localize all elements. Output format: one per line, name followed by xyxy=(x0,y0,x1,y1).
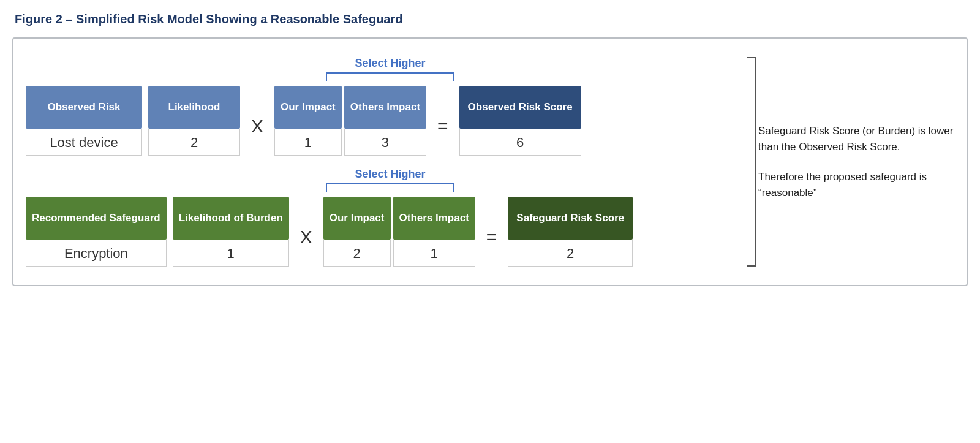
right-bracket xyxy=(747,57,756,267)
likelihood-top-cell: Likelihood 2 xyxy=(148,86,240,156)
others-impact-bottom-value: 1 xyxy=(393,240,475,267)
likelihood-top-header: Likelihood xyxy=(148,86,240,129)
others-impact-top-cell: Others Impact 3 xyxy=(344,86,426,156)
recommended-safeguard-header: Recommended Safeguard xyxy=(26,197,167,240)
observed-risk-cell: Observed Risk Lost device xyxy=(26,86,142,156)
bracket-bottom xyxy=(326,183,454,192)
impact-pair-top: Our Impact 1 Others Impact 3 xyxy=(274,86,426,156)
others-impact-top-value: 3 xyxy=(344,129,426,156)
rows-left: Select Higher Observed Risk Lost device … xyxy=(26,57,739,267)
multiply-top-operator: X xyxy=(251,116,263,137)
right-text-block: Safeguard Risk Score (or Burden) is lowe… xyxy=(758,57,954,267)
safeguard-risk-score-header: Safeguard Risk Score xyxy=(508,197,633,240)
observed-risk-score-value: 6 xyxy=(459,129,581,156)
likelihood-bottom-cell: Likelihood of Burden 1 xyxy=(173,197,289,267)
diagram-box: Select Higher Observed Risk Lost device … xyxy=(12,37,968,286)
page-wrapper: Figure 2 – Simplified Risk Model Showing… xyxy=(12,12,968,286)
equals-top-operator: = xyxy=(437,116,448,137)
likelihood-bottom-header: Likelihood of Burden xyxy=(173,197,289,240)
top-full-row: Observed Risk Lost device Likelihood 2 X xyxy=(26,86,581,156)
our-impact-bottom-cell: Our Impact 2 xyxy=(323,197,391,267)
safeguard-risk-score-value: 2 xyxy=(508,240,633,267)
right-text-paragraph2: Therefore the proposed safeguard is “rea… xyxy=(758,169,954,200)
select-higher-top-label: Select Higher xyxy=(355,57,425,70)
safeguard-risk-score-cell: Safeguard Risk Score 2 xyxy=(508,197,633,267)
impact-pair-bottom: Our Impact 2 Others Impact 1 xyxy=(323,197,475,267)
our-impact-top-cell: Our Impact 1 xyxy=(274,86,342,156)
observed-risk-value: Lost device xyxy=(26,129,142,156)
bottom-row-area: Select Higher Recommended Safeguard Encr… xyxy=(26,168,739,267)
others-impact-bottom-cell: Others Impact 1 xyxy=(393,197,475,267)
our-impact-bottom-header: Our Impact xyxy=(323,197,391,240)
observed-risk-header: Observed Risk xyxy=(26,86,142,129)
bottom-full-row: Recommended Safeguard Encryption Likelih… xyxy=(26,197,633,267)
likelihood-bottom-value: 1 xyxy=(173,240,289,267)
bracket-top xyxy=(326,72,454,81)
others-impact-bottom-header: Others Impact xyxy=(393,197,475,240)
figure-title: Figure 2 – Simplified Risk Model Showing… xyxy=(12,12,968,26)
others-impact-top-header: Others Impact xyxy=(344,86,426,129)
our-impact-top-header: Our Impact xyxy=(274,86,342,129)
our-impact-bottom-value: 2 xyxy=(323,240,391,267)
multiply-bottom-operator: X xyxy=(300,227,312,248)
equals-bottom-operator: = xyxy=(486,227,497,248)
recommended-safeguard-value: Encryption xyxy=(26,240,167,267)
observed-risk-score-cell: Observed Risk Score 6 xyxy=(459,86,581,156)
right-text-paragraph1: Safeguard Risk Score (or Burden) is lowe… xyxy=(758,123,954,154)
our-impact-top-value: 1 xyxy=(274,129,342,156)
likelihood-top-value: 2 xyxy=(148,129,240,156)
recommended-safeguard-cell: Recommended Safeguard Encryption xyxy=(26,197,167,267)
observed-risk-score-header: Observed Risk Score xyxy=(459,86,581,129)
select-higher-bottom-label: Select Higher xyxy=(355,168,425,181)
rows-container: Select Higher Observed Risk Lost device … xyxy=(26,57,954,267)
top-row-area: Select Higher Observed Risk Lost device … xyxy=(26,57,739,156)
